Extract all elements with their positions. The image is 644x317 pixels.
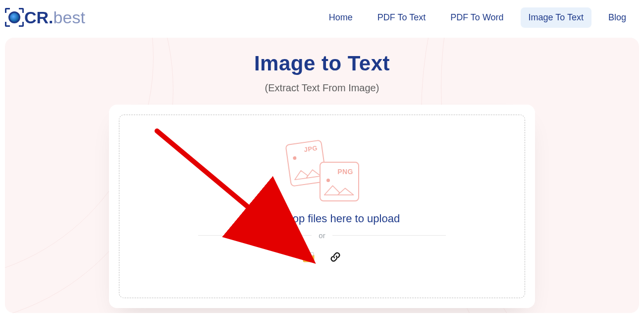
- file-dropzone[interactable]: JPG PNG Drag & Drop files here to upload…: [119, 115, 525, 298]
- or-divider: or: [198, 231, 446, 240]
- nav-home[interactable]: Home: [321, 7, 361, 28]
- files-illustration-icon: JPG PNG: [285, 142, 359, 201]
- link-icon: [330, 252, 341, 262]
- header: CR .best Home PDF To Text PDF To Word Im…: [0, 0, 644, 35]
- brand-logo[interactable]: CR .best: [5, 8, 85, 27]
- jpg-badge: JPG: [304, 144, 318, 154]
- upload-actions: [302, 251, 342, 263]
- logo-best-text: best: [54, 9, 85, 26]
- logo-scan-icon: [5, 8, 24, 27]
- dropzone-instruction: Drag & Drop files here to upload: [244, 212, 400, 225]
- nav-pdf-to-word[interactable]: PDF To Word: [442, 7, 511, 28]
- svg-rect-0: [310, 253, 314, 255]
- browse-files-button[interactable]: [302, 251, 315, 263]
- nav-image-to-text[interactable]: Image To Text: [521, 7, 591, 28]
- primary-nav: Home PDF To Text PDF To Word Image To Te…: [321, 7, 634, 28]
- logo-dot: .: [49, 9, 53, 26]
- upload-card: JPG PNG Drag & Drop files here to upload…: [109, 105, 535, 308]
- png-badge: PNG: [337, 168, 353, 176]
- folder-icon: [303, 252, 315, 262]
- page-subtitle: (Extract Text From Image): [5, 82, 639, 94]
- nav-blog[interactable]: Blog: [600, 7, 634, 28]
- page-title: Image to Text: [5, 52, 639, 75]
- nav-pdf-to-text[interactable]: PDF To Text: [370, 7, 433, 28]
- or-text: or: [319, 231, 325, 240]
- logo-ocr-text: CR: [24, 9, 49, 26]
- paste-url-button[interactable]: [329, 251, 342, 263]
- hero-section: Image to Text (Extract Text From Image) …: [5, 38, 639, 313]
